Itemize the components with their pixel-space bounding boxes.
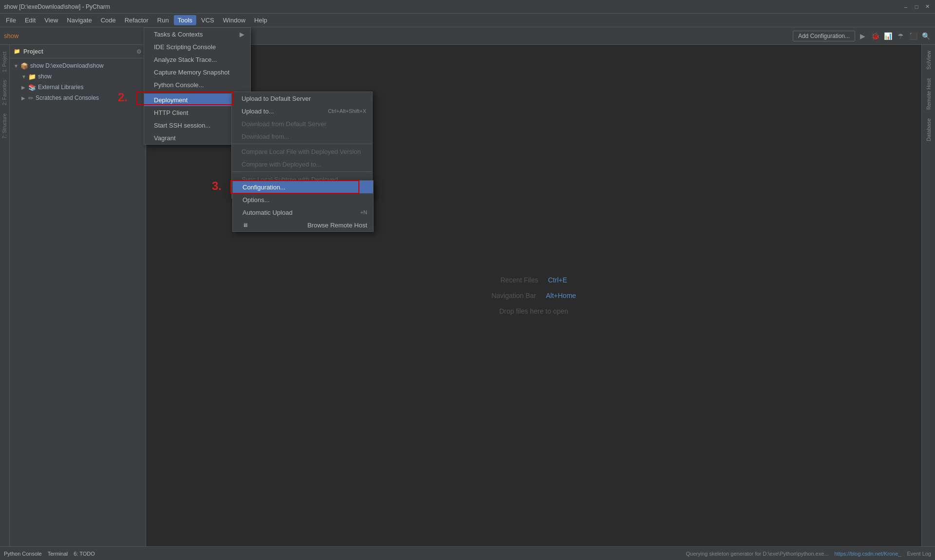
recent-files-shortcut: Ctrl+E xyxy=(548,276,567,284)
deploy-upload-default[interactable]: Upload to Default Server xyxy=(232,92,372,105)
recent-files-row: Recent Files Ctrl+E xyxy=(500,276,567,284)
nav-bar-row: Navigation Bar Alt+Home xyxy=(491,292,576,299)
favorites-tab-favorites[interactable]: 2: Favorites xyxy=(1,77,8,108)
title-bar: show [D:\exeDownload\show] - PyCharm – □… xyxy=(0,0,935,14)
menu-edit[interactable]: Edit xyxy=(21,15,39,25)
menu-run[interactable]: Run xyxy=(153,15,173,25)
favorites-tab-structure[interactable]: 7: Structure xyxy=(1,111,8,142)
nav-bar-shortcut: Alt+Home xyxy=(546,292,576,299)
tree-arrow-icon: ▼ xyxy=(14,63,19,69)
minimize-button[interactable]: – xyxy=(902,3,910,11)
deploy-auto-upload[interactable]: Automatic Upload +N xyxy=(233,206,373,219)
external-libs-icon: 📚 xyxy=(28,84,36,91)
menu-capture-memory[interactable]: Capture Memory Snapshot xyxy=(144,66,250,78)
tree-arrow-icon: ▼ xyxy=(21,74,26,79)
project-panel: 📁 Project ⚙ ▼ 📦 show D:\exeDownload\show… xyxy=(10,45,146,546)
status-bar: Python Console Terminal 6: TODO Querying… xyxy=(0,546,935,560)
tree-arrow-icon: ▶ xyxy=(21,95,26,101)
browse-icon: 🖥 xyxy=(243,222,248,228)
add-configuration-button[interactable]: Add Configuration... xyxy=(793,31,855,41)
tab-sciview[interactable]: SciView xyxy=(924,47,934,74)
deploy-configuration[interactable]: Configuration... xyxy=(233,181,373,193)
tree-item-show-folder[interactable]: ▼ 📁 show xyxy=(10,71,146,82)
menu-help[interactable]: Help xyxy=(250,15,271,25)
menu-navigate[interactable]: Navigate xyxy=(63,15,95,25)
project-label: Project xyxy=(23,48,43,55)
menu-tools[interactable]: Tools xyxy=(174,15,196,25)
menu-ide-scripting[interactable]: IDE Scripting Console xyxy=(144,40,250,53)
menu-window[interactable]: Window xyxy=(219,15,249,25)
stop-button[interactable]: ⬛ xyxy=(908,31,918,41)
favorites-tab-project[interactable]: 1: Project xyxy=(1,49,8,75)
coverage-button[interactable]: ☂ xyxy=(895,31,906,41)
search-everywhere-button[interactable]: 🔍 xyxy=(920,31,931,41)
tab-remote-host[interactable]: Remote Host xyxy=(924,75,934,113)
deploy-separator2 xyxy=(232,171,372,172)
project-icon: 📦 xyxy=(20,62,28,70)
status-text: Querying skeleton generator for D:\exe\P… xyxy=(686,551,829,557)
deploy-download-default: Download from Default Server xyxy=(232,117,372,130)
deploy-compare-deployed: Compare with Deployed to... xyxy=(232,158,372,170)
deploy-upload-to[interactable]: Upload to... Ctrl+Alt+Shift+X xyxy=(232,105,372,117)
deploy-options[interactable]: Options... xyxy=(233,193,373,206)
project-panel-header: 📁 Project ⚙ xyxy=(10,45,146,58)
menu-code[interactable]: Code xyxy=(97,15,120,25)
nav-bar-label: Navigation Bar xyxy=(491,292,536,299)
drop-files-label: Drop files here to open xyxy=(499,307,568,315)
profile-button[interactable]: 📊 xyxy=(882,31,893,41)
menu-view[interactable]: View xyxy=(40,15,62,25)
recent-files-label: Recent Files xyxy=(500,276,538,284)
menu-vcs[interactable]: VCS xyxy=(197,15,218,25)
submenu-arrow-icon: ▶ xyxy=(240,31,244,38)
menu-python-console[interactable]: Python Console... xyxy=(144,78,250,91)
menu-tasks-contexts[interactable]: Tasks & Contexts ▶ xyxy=(144,28,250,40)
menu-file[interactable]: File xyxy=(2,15,20,25)
tab-database[interactable]: Database xyxy=(924,114,934,145)
status-right: Querying skeleton generator for D:\exe\P… xyxy=(686,551,931,557)
event-log[interactable]: Event Log xyxy=(907,551,931,557)
tree-arrow-icon: ▶ xyxy=(21,85,26,90)
deploy-separator1 xyxy=(232,144,372,144)
debug-button[interactable]: 🐞 xyxy=(870,31,880,41)
run-button[interactable]: ▶ xyxy=(857,31,868,41)
config-submenu-area: Configuration... Options... Automatic Up… xyxy=(232,180,374,232)
status-link[interactable]: https://blog.csdn.net/Krone_ xyxy=(834,551,901,557)
toolbar: show Add Configuration... ▶ 🐞 📊 ☂ ⬛ 🔍 xyxy=(0,27,935,45)
deploy-compare-local: Compare Local File with Deployed Version xyxy=(232,145,372,158)
terminal-tab[interactable]: Terminal xyxy=(48,551,68,557)
folder-icon: 📁 xyxy=(28,73,36,80)
right-sidebar: SciView Remote Host Database xyxy=(921,45,935,546)
step3-label: 3. xyxy=(212,179,222,193)
menu-analyze-stack[interactable]: Analyze Stack Trace... xyxy=(144,53,250,66)
status-left: Python Console Terminal 6: TODO xyxy=(4,551,95,557)
window-title: show [D:\exeDownload\show] - PyCharm xyxy=(4,3,110,10)
window-controls: – □ ✕ xyxy=(902,3,931,11)
project-name: show xyxy=(4,32,19,39)
favorites-strip: 1: Project 2: Favorites 7: Structure xyxy=(0,45,10,546)
deploy-download-from: Download from... xyxy=(232,130,372,143)
python-console-tab[interactable]: Python Console xyxy=(4,551,42,557)
deploy-browse-remote[interactable]: 🖥 Browse Remote Host xyxy=(233,219,373,231)
todo-tab[interactable]: 6: TODO xyxy=(74,551,95,557)
tree-item-show-project[interactable]: ▼ 📦 show D:\exeDownload\show xyxy=(10,60,146,71)
step2-label: 2. xyxy=(118,91,128,104)
close-button[interactable]: ✕ xyxy=(923,3,931,11)
gear-icon[interactable]: ⚙ xyxy=(136,48,142,55)
scratches-icon: ✏ xyxy=(28,94,34,102)
maximize-button[interactable]: □ xyxy=(913,3,920,11)
menu-refactor[interactable]: Refactor xyxy=(121,15,152,25)
menu-bar: File Edit View Navigate Code Refactor Ru… xyxy=(0,14,935,27)
